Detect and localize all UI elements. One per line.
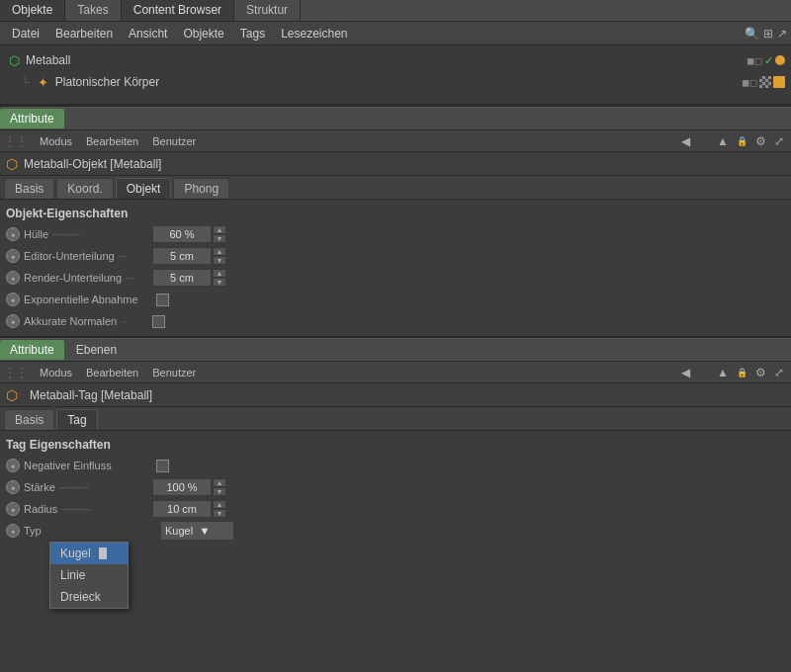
spinner-up-huelle[interactable]: ▲ (213, 225, 226, 234)
sub-tab-basis-1[interactable]: Basis (4, 178, 54, 199)
nav-arrow-up-2[interactable] (715, 365, 731, 380)
lock-icon-1[interactable] (734, 133, 749, 149)
input-radius[interactable] (152, 500, 212, 518)
prop-huelle: ● Hülle ················ ▲ ▼ (0, 223, 791, 245)
prop-label-render: Render-Unterteilung (24, 272, 122, 284)
prop-value-render: ▲ ▼ (152, 269, 226, 287)
input-staerke[interactable] (152, 478, 212, 496)
tab-content-browser[interactable]: Content Browser (122, 0, 234, 21)
toolbar-modus-1[interactable]: Modus (34, 134, 78, 148)
prop-akkurate-normalen: ● Akkurate Normalen ···· (0, 310, 791, 332)
indicator-squares: ◼◻ (747, 55, 762, 66)
dropdown-value-typ: Kugel (165, 525, 196, 537)
expand-icon-2[interactable] (771, 365, 787, 380)
menu-lesezeichen[interactable]: Lesezeichen (273, 25, 355, 42)
tree-connector: └ (22, 76, 30, 88)
tab-takes[interactable]: Takes (65, 0, 121, 21)
sub-tab-basis-2[interactable]: Basis (4, 409, 54, 430)
prop-radius: ● Radius ················· ▲ ▼ (0, 498, 791, 520)
input-huelle[interactable] (152, 225, 212, 243)
prop-label-neg: Negativer Einfluss (24, 460, 112, 471)
prop-icon-akkurate: ● (6, 314, 20, 328)
attr-toolbar-1: ⋮⋮ Modus Bearbeiten Benutzer (0, 130, 791, 152)
toolbar-benutzer-1[interactable]: Benutzer (146, 134, 202, 148)
obj-title-text-1: Metaball-Objekt [Metaball] (24, 157, 161, 171)
menu-datei[interactable]: Datei (4, 25, 47, 42)
settings-icon-1[interactable] (752, 133, 768, 149)
input-editor[interactable] (152, 247, 212, 265)
prop-icon-typ: ● (6, 524, 20, 538)
spinner-up-radius[interactable]: ▲ (213, 500, 226, 509)
input-render[interactable] (152, 269, 212, 287)
prop-editor-unterteilung: ● Editor-Unterteilung ····· ▲ ▼ (0, 245, 791, 267)
spinner-down-staerke[interactable]: ▼ (213, 487, 226, 496)
prop-exp-abnahme: ● Exponentielle Abnahme (0, 289, 791, 310)
sub-tab-phong-1[interactable]: Phong (173, 178, 229, 199)
menu-tags[interactable]: Tags (232, 25, 273, 42)
attribute-panel-2: Attribute Ebenen ⋮⋮ Modus Bearbeiten Ben… (0, 336, 791, 672)
obj-title-1: ⬡ Metaball-Objekt [Metaball] (0, 152, 791, 176)
obj-title-text-2: Metaball-Tag [Metaball] (30, 388, 152, 402)
sub-tab-objekt-1[interactable]: Objekt (116, 178, 172, 199)
checkbox-akkurate[interactable] (152, 315, 165, 328)
attr-tab-2-attribute[interactable]: Attribute (0, 340, 64, 360)
arrow-icon[interactable]: ↗ (777, 27, 787, 41)
toolbar-bearbeiten-1[interactable]: Bearbeiten (80, 134, 144, 148)
toolbar-right-1 (677, 133, 787, 149)
spinner-down-radius[interactable]: ▼ (213, 509, 226, 518)
dots-staerke: ················· (58, 482, 149, 493)
expand-icon-1[interactable] (771, 133, 787, 149)
nav-arrow-left-2[interactable] (677, 365, 693, 380)
scene-object-metaball[interactable]: ⬡ Metaball ◼◻ ✓ (6, 49, 785, 71)
attr-tab-2-ebenen[interactable]: Ebenen (66, 340, 127, 360)
sub-tab-koord-1[interactable]: Koord. (56, 178, 113, 199)
spinner-up-editor[interactable]: ▲ (213, 247, 226, 256)
attr-tab-1-attribute[interactable]: Attribute (0, 109, 64, 128)
lock-icon-2[interactable] (734, 365, 749, 380)
prop-value-radius: ▲ ▼ (152, 500, 226, 518)
settings-icon-2[interactable] (752, 365, 768, 380)
toolbar-benutzer-2[interactable]: Benutzer (146, 366, 202, 379)
grid-icon[interactable]: ⊞ (763, 27, 773, 41)
platonic-checker (759, 76, 771, 88)
dropdown-item-linie[interactable]: Linie (50, 564, 128, 586)
spinner-radius: ▲ ▼ (213, 500, 226, 518)
attribute-panel-1: Attribute Ebenen ⋮⋮ Modus Bearbeiten Ben… (0, 105, 791, 336)
obj-type-icon-1: ⬡ (6, 156, 18, 172)
menu-bearbeiten[interactable]: Bearbeiten (47, 25, 121, 42)
sub-tabs-2: Basis Tag (0, 407, 791, 431)
prop-neg-einfluss: ● Negativer Einfluss (0, 455, 791, 476)
spinner-up-staerke[interactable]: ▲ (213, 478, 226, 487)
sub-tab-tag-2[interactable]: Tag (56, 409, 97, 430)
tab-struktur[interactable]: Struktur (234, 0, 301, 21)
dropdown-typ[interactable]: Kugel ▼ (160, 521, 234, 541)
toolbar-bearbeiten-2[interactable]: Bearbeiten (80, 366, 144, 379)
attr-panel-2-tabs: Attribute Ebenen (0, 338, 791, 362)
search-icon[interactable]: 🔍 (745, 27, 759, 41)
tab-objekte[interactable]: Objekte (0, 0, 65, 21)
spinner-up-render[interactable]: ▲ (213, 269, 226, 278)
dots-editor: ····· (118, 251, 149, 262)
scene-area: ⬡ Metaball ◼◻ ✓ └ ✦ Platonischer Körper … (0, 45, 791, 105)
spinner-staerke: ▲ ▼ (213, 478, 226, 496)
spinner-down-editor[interactable]: ▼ (213, 256, 226, 265)
props-section-2: Tag Eigenschaften ● Negativer Einfluss ●… (0, 431, 791, 546)
checkbox-neg[interactable] (156, 460, 169, 472)
platonic-indicator-squares: ◼◻ (742, 77, 757, 88)
dots-radius: ················· (60, 504, 149, 515)
checkbox-exp[interactable] (156, 294, 169, 306)
toolbar-modus-2[interactable]: Modus (34, 366, 78, 379)
spinner-down-huelle[interactable]: ▼ (213, 234, 226, 243)
platonic-orange-box (773, 76, 785, 88)
nav-arrow-left-1[interactable] (677, 133, 693, 149)
dropdown-item-kugel[interactable]: Kugel (50, 543, 128, 564)
menu-ansicht[interactable]: Ansicht (121, 25, 175, 42)
dropdown-item-dreieck[interactable]: Dreieck (50, 586, 128, 608)
scene-object-platonic[interactable]: └ ✦ Platonischer Körper ◼◻ (6, 71, 785, 93)
spinner-render: ▲ ▼ (213, 269, 226, 287)
prop-label-akkurate: Akkurate Normalen (24, 315, 117, 327)
menu-objekte[interactable]: Objekte (175, 25, 231, 42)
spinner-down-render[interactable]: ▼ (213, 278, 226, 287)
nav-arrow-up-1[interactable] (715, 133, 731, 149)
indicator-check: ✓ (764, 54, 773, 67)
